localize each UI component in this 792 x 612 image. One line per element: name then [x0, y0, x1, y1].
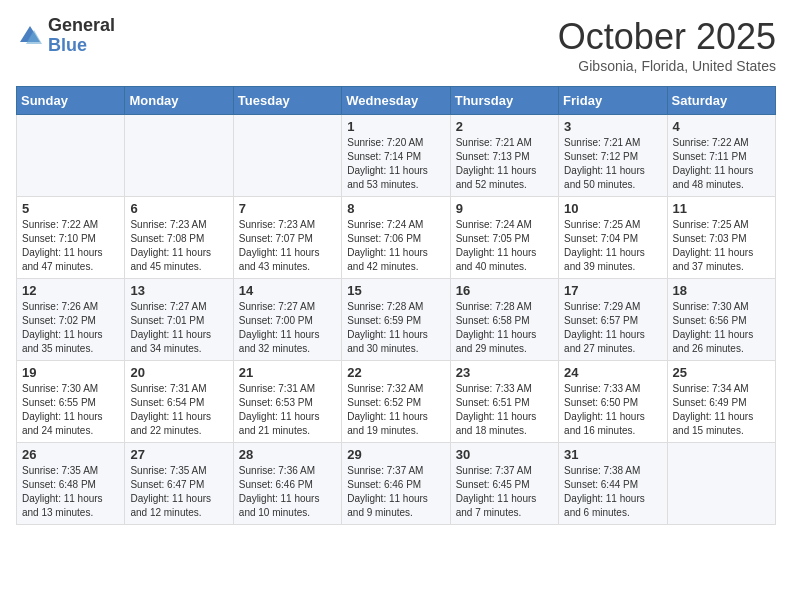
- day-number: 3: [564, 119, 661, 134]
- calendar-cell: 16Sunrise: 7:28 AMSunset: 6:58 PMDayligh…: [450, 279, 558, 361]
- day-number: 23: [456, 365, 553, 380]
- day-info: Sunrise: 7:33 AMSunset: 6:50 PMDaylight:…: [564, 382, 661, 438]
- day-info: Sunrise: 7:25 AMSunset: 7:03 PMDaylight:…: [673, 218, 770, 274]
- calendar-cell: 5Sunrise: 7:22 AMSunset: 7:10 PMDaylight…: [17, 197, 125, 279]
- day-info: Sunrise: 7:22 AMSunset: 7:11 PMDaylight:…: [673, 136, 770, 192]
- day-number: 20: [130, 365, 227, 380]
- calendar-cell: [125, 115, 233, 197]
- day-number: 7: [239, 201, 336, 216]
- day-number: 8: [347, 201, 444, 216]
- day-number: 9: [456, 201, 553, 216]
- day-info: Sunrise: 7:27 AMSunset: 7:00 PMDaylight:…: [239, 300, 336, 356]
- calendar-cell: 31Sunrise: 7:38 AMSunset: 6:44 PMDayligh…: [559, 443, 667, 525]
- weekday-header-friday: Friday: [559, 87, 667, 115]
- calendar-cell: 11Sunrise: 7:25 AMSunset: 7:03 PMDayligh…: [667, 197, 775, 279]
- day-info: Sunrise: 7:37 AMSunset: 6:45 PMDaylight:…: [456, 464, 553, 520]
- calendar-cell: 19Sunrise: 7:30 AMSunset: 6:55 PMDayligh…: [17, 361, 125, 443]
- day-info: Sunrise: 7:36 AMSunset: 6:46 PMDaylight:…: [239, 464, 336, 520]
- day-number: 1: [347, 119, 444, 134]
- day-info: Sunrise: 7:20 AMSunset: 7:14 PMDaylight:…: [347, 136, 444, 192]
- week-row-3: 12Sunrise: 7:26 AMSunset: 7:02 PMDayligh…: [17, 279, 776, 361]
- day-info: Sunrise: 7:22 AMSunset: 7:10 PMDaylight:…: [22, 218, 119, 274]
- day-info: Sunrise: 7:38 AMSunset: 6:44 PMDaylight:…: [564, 464, 661, 520]
- calendar-cell: 15Sunrise: 7:28 AMSunset: 6:59 PMDayligh…: [342, 279, 450, 361]
- day-number: 25: [673, 365, 770, 380]
- day-number: 28: [239, 447, 336, 462]
- calendar-cell: 10Sunrise: 7:25 AMSunset: 7:04 PMDayligh…: [559, 197, 667, 279]
- calendar-cell: 24Sunrise: 7:33 AMSunset: 6:50 PMDayligh…: [559, 361, 667, 443]
- calendar-cell: 4Sunrise: 7:22 AMSunset: 7:11 PMDaylight…: [667, 115, 775, 197]
- day-number: 19: [22, 365, 119, 380]
- calendar-cell: 23Sunrise: 7:33 AMSunset: 6:51 PMDayligh…: [450, 361, 558, 443]
- weekday-header-wednesday: Wednesday: [342, 87, 450, 115]
- calendar-cell: [17, 115, 125, 197]
- calendar-cell: 17Sunrise: 7:29 AMSunset: 6:57 PMDayligh…: [559, 279, 667, 361]
- day-number: 13: [130, 283, 227, 298]
- calendar-cell: 26Sunrise: 7:35 AMSunset: 6:48 PMDayligh…: [17, 443, 125, 525]
- location-text: Gibsonia, Florida, United States: [558, 58, 776, 74]
- day-info: Sunrise: 7:24 AMSunset: 7:06 PMDaylight:…: [347, 218, 444, 274]
- day-info: Sunrise: 7:21 AMSunset: 7:13 PMDaylight:…: [456, 136, 553, 192]
- calendar-cell: 7Sunrise: 7:23 AMSunset: 7:07 PMDaylight…: [233, 197, 341, 279]
- day-info: Sunrise: 7:24 AMSunset: 7:05 PMDaylight:…: [456, 218, 553, 274]
- calendar-cell: 29Sunrise: 7:37 AMSunset: 6:46 PMDayligh…: [342, 443, 450, 525]
- day-number: 2: [456, 119, 553, 134]
- calendar-cell: 13Sunrise: 7:27 AMSunset: 7:01 PMDayligh…: [125, 279, 233, 361]
- weekday-header-tuesday: Tuesday: [233, 87, 341, 115]
- day-info: Sunrise: 7:31 AMSunset: 6:54 PMDaylight:…: [130, 382, 227, 438]
- day-number: 24: [564, 365, 661, 380]
- calendar-cell: 22Sunrise: 7:32 AMSunset: 6:52 PMDayligh…: [342, 361, 450, 443]
- logo-icon: [16, 22, 44, 50]
- weekday-header-saturday: Saturday: [667, 87, 775, 115]
- title-block: October 2025 Gibsonia, Florida, United S…: [558, 16, 776, 74]
- day-info: Sunrise: 7:25 AMSunset: 7:04 PMDaylight:…: [564, 218, 661, 274]
- day-number: 27: [130, 447, 227, 462]
- day-info: Sunrise: 7:23 AMSunset: 7:08 PMDaylight:…: [130, 218, 227, 274]
- logo: General Blue: [16, 16, 115, 56]
- weekday-header-sunday: Sunday: [17, 87, 125, 115]
- calendar-cell: 30Sunrise: 7:37 AMSunset: 6:45 PMDayligh…: [450, 443, 558, 525]
- day-info: Sunrise: 7:26 AMSunset: 7:02 PMDaylight:…: [22, 300, 119, 356]
- calendar-cell: 18Sunrise: 7:30 AMSunset: 6:56 PMDayligh…: [667, 279, 775, 361]
- calendar-cell: 3Sunrise: 7:21 AMSunset: 7:12 PMDaylight…: [559, 115, 667, 197]
- day-number: 11: [673, 201, 770, 216]
- day-info: Sunrise: 7:28 AMSunset: 6:58 PMDaylight:…: [456, 300, 553, 356]
- day-number: 5: [22, 201, 119, 216]
- page-header: General Blue October 2025 Gibsonia, Flor…: [16, 16, 776, 74]
- day-info: Sunrise: 7:29 AMSunset: 6:57 PMDaylight:…: [564, 300, 661, 356]
- day-info: Sunrise: 7:35 AMSunset: 6:47 PMDaylight:…: [130, 464, 227, 520]
- day-number: 6: [130, 201, 227, 216]
- month-title: October 2025: [558, 16, 776, 58]
- day-info: Sunrise: 7:27 AMSunset: 7:01 PMDaylight:…: [130, 300, 227, 356]
- logo-blue-text: Blue: [48, 36, 115, 56]
- day-number: 26: [22, 447, 119, 462]
- calendar-cell: 6Sunrise: 7:23 AMSunset: 7:08 PMDaylight…: [125, 197, 233, 279]
- day-info: Sunrise: 7:34 AMSunset: 6:49 PMDaylight:…: [673, 382, 770, 438]
- calendar-cell: 9Sunrise: 7:24 AMSunset: 7:05 PMDaylight…: [450, 197, 558, 279]
- calendar-table: SundayMondayTuesdayWednesdayThursdayFrid…: [16, 86, 776, 525]
- day-number: 29: [347, 447, 444, 462]
- weekday-header-monday: Monday: [125, 87, 233, 115]
- calendar-cell: 2Sunrise: 7:21 AMSunset: 7:13 PMDaylight…: [450, 115, 558, 197]
- day-info: Sunrise: 7:23 AMSunset: 7:07 PMDaylight:…: [239, 218, 336, 274]
- week-row-1: 1Sunrise: 7:20 AMSunset: 7:14 PMDaylight…: [17, 115, 776, 197]
- day-number: 14: [239, 283, 336, 298]
- week-row-2: 5Sunrise: 7:22 AMSunset: 7:10 PMDaylight…: [17, 197, 776, 279]
- day-number: 17: [564, 283, 661, 298]
- day-number: 22: [347, 365, 444, 380]
- calendar-cell: 27Sunrise: 7:35 AMSunset: 6:47 PMDayligh…: [125, 443, 233, 525]
- calendar-cell: 25Sunrise: 7:34 AMSunset: 6:49 PMDayligh…: [667, 361, 775, 443]
- calendar-cell: 14Sunrise: 7:27 AMSunset: 7:00 PMDayligh…: [233, 279, 341, 361]
- weekday-header-row: SundayMondayTuesdayWednesdayThursdayFrid…: [17, 87, 776, 115]
- calendar-cell: [667, 443, 775, 525]
- day-number: 30: [456, 447, 553, 462]
- day-number: 21: [239, 365, 336, 380]
- day-info: Sunrise: 7:32 AMSunset: 6:52 PMDaylight:…: [347, 382, 444, 438]
- day-info: Sunrise: 7:28 AMSunset: 6:59 PMDaylight:…: [347, 300, 444, 356]
- day-number: 12: [22, 283, 119, 298]
- day-info: Sunrise: 7:33 AMSunset: 6:51 PMDaylight:…: [456, 382, 553, 438]
- day-info: Sunrise: 7:21 AMSunset: 7:12 PMDaylight:…: [564, 136, 661, 192]
- day-info: Sunrise: 7:30 AMSunset: 6:55 PMDaylight:…: [22, 382, 119, 438]
- logo-general-text: General: [48, 16, 115, 36]
- weekday-header-thursday: Thursday: [450, 87, 558, 115]
